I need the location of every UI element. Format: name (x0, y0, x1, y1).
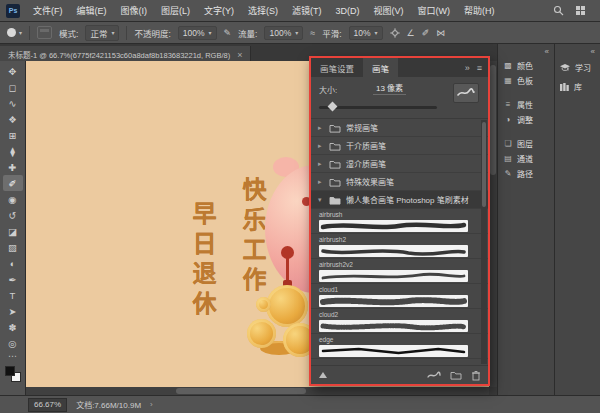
type-tool[interactable]: T (3, 287, 23, 303)
foreground-color-swatch[interactable] (5, 366, 15, 376)
app-icon[interactable]: Ps (6, 4, 20, 18)
pen-pressure-icon[interactable]: ✎ (224, 28, 232, 38)
tools-toolbar: ✥ ◻ ∿ ❖ ⊞ ⧫ ✚ ✐ ◉ ↺ ◪ ▨ ◐ ✒ T ➤ ✽ ◎ ⋯ (0, 61, 26, 395)
zoom-tool[interactable]: ◎ (3, 335, 23, 351)
brush-folder[interactable]: ▸ 特殊效果画笔 (311, 173, 488, 191)
brush-item[interactable]: airbrush2v2 (311, 259, 488, 284)
menu-filter[interactable]: 滤镜(T) (285, 0, 329, 22)
smoothing-select[interactable]: 10% ▾ (349, 26, 383, 40)
brush-folder-expanded[interactable]: ▾ 懒人集合画笔 Photoshop 笔刷素材 (311, 191, 488, 209)
menu-type[interactable]: 文字(Y) (197, 0, 241, 22)
healing-brush-tool[interactable]: ✚ (3, 159, 23, 175)
zoom-level-field[interactable]: 66.67% (28, 398, 67, 412)
collapse-panels-icon[interactable]: « (555, 45, 600, 58)
tab-brushes[interactable]: 画笔 (363, 58, 398, 77)
brush-folder[interactable]: ▸ 湿介质画笔 (311, 155, 488, 173)
brushes-panel-footer (311, 365, 488, 384)
brush-folder[interactable]: ▸ 干介质画笔 (311, 137, 488, 155)
scrollbar-thumb[interactable] (482, 122, 486, 207)
flow-select[interactable]: 100% ▾ (264, 26, 303, 40)
scrollbar-thumb[interactable] (490, 65, 496, 175)
tab-brush-settings[interactable]: 画笔设置 (311, 58, 363, 77)
pen-tool[interactable]: ✒ (3, 271, 23, 287)
scrollbar-thumb[interactable] (176, 388, 306, 394)
collapse-panels-icon[interactable]: « (498, 45, 554, 58)
lasso-tool[interactable]: ∿ (3, 95, 23, 111)
foreground-background-swatches[interactable] (5, 366, 21, 382)
mode-select[interactable]: 正常 ▾ (85, 25, 119, 41)
panel-button-adjustments[interactable]: ◑ 调整 (498, 112, 554, 127)
brush-folder[interactable]: ▸ 常规画笔 (311, 119, 488, 137)
menu-image[interactable]: 图像(I) (114, 0, 155, 22)
menu-layer[interactable]: 图层(L) (154, 0, 197, 22)
panel-scrollbar[interactable] (481, 120, 487, 364)
chevron-down-icon: ▾ (209, 29, 212, 36)
panel-button-channels[interactable]: ▤ 通道 (498, 151, 554, 166)
toggle-brush-stroke-icon[interactable] (427, 371, 441, 380)
adjustments-panel-icon: ◑ (503, 115, 513, 124)
eraser-tool[interactable]: ◪ (3, 223, 23, 239)
workspace-switcher-icon[interactable] (575, 5, 586, 16)
brush-tool[interactable]: ✐ (3, 175, 23, 191)
horizontal-scrollbar[interactable] (26, 387, 489, 395)
new-group-icon[interactable] (450, 370, 462, 380)
size-input[interactable]: 13 像素 (373, 82, 406, 95)
menu-3d[interactable]: 3D(D) (329, 0, 367, 22)
slider-thumb[interactable] (328, 102, 338, 112)
dodge-tool[interactable]: ◐ (3, 255, 23, 271)
size-slider[interactable] (319, 106, 437, 109)
brush-angle-icon[interactable]: ∠ (407, 28, 415, 38)
panel-button-libraries[interactable]: 库 (555, 77, 600, 96)
panel-button-properties[interactable]: ≡ 属性 (498, 97, 554, 112)
stroke-preview-button[interactable] (453, 83, 479, 103)
canvas-slogan-left: 早日退休 (190, 201, 214, 321)
brush-item[interactable]: edge (311, 334, 488, 359)
brush-preset-picker[interactable]: ▾ (7, 28, 22, 37)
vertical-scrollbar[interactable] (489, 61, 497, 387)
menu-window[interactable]: 窗口(W) (411, 0, 458, 22)
menu-view[interactable]: 视图(V) (367, 0, 411, 22)
gradient-tool[interactable]: ▨ (3, 239, 23, 255)
clone-stamp-tool[interactable]: ◉ (3, 191, 23, 207)
panel-button-color[interactable]: ▩ 颜色 (498, 58, 554, 73)
panel-menu-icon[interactable]: ≡ (477, 63, 482, 73)
up-arrow-icon[interactable] (318, 371, 328, 379)
brushes-panel-tabs: 画笔设置 画笔 » ≡ (311, 58, 488, 77)
panel-button-learn[interactable]: 学习 (555, 58, 600, 77)
airbrush-icon[interactable]: ≈ (310, 28, 315, 38)
opacity-select[interactable]: 100% ▾ (178, 26, 217, 40)
panel-label: 调整 (517, 114, 533, 125)
marquee-tool[interactable]: ◻ (3, 79, 23, 95)
size-pressure-icon[interactable]: ✐ (422, 28, 430, 38)
menu-help[interactable]: 帮助(H) (457, 0, 502, 22)
menu-edit[interactable]: 编辑(E) (70, 0, 114, 22)
panel-button-layers[interactable]: ❏ 图层 (498, 136, 554, 151)
status-bar: 66.67% 文档:7.66M/10.9M › (0, 395, 600, 413)
brush-item[interactable]: airbrush (311, 209, 488, 234)
toggle-brush-panel-button[interactable] (37, 26, 52, 39)
menu-select[interactable]: 选择(S) (241, 0, 285, 22)
quick-selection-tool[interactable]: ❖ (3, 111, 23, 127)
graduation-cap-icon (559, 63, 571, 73)
brush-item[interactable]: airbrush2 (311, 234, 488, 259)
brush-item[interactable]: cloud1 (311, 284, 488, 309)
menu-file[interactable]: 文件(F) (26, 0, 70, 22)
hand-tool[interactable]: ✽ (3, 319, 23, 335)
panel-button-paths[interactable]: ✎ 路径 (498, 166, 554, 181)
gear-icon[interactable] (390, 28, 400, 38)
path-selection-tool[interactable]: ➤ (3, 303, 23, 319)
move-tool[interactable]: ✥ (3, 63, 23, 79)
delete-brush-icon[interactable] (471, 370, 481, 381)
crop-tool[interactable]: ⊞ (3, 127, 23, 143)
symmetry-icon[interactable]: ⋈ (436, 28, 445, 38)
edit-toolbar-icon[interactable]: ⋯ (8, 351, 17, 363)
history-brush-tool[interactable]: ↺ (3, 207, 23, 223)
close-icon[interactable]: × (237, 50, 242, 60)
chevron-right-icon[interactable]: › (150, 400, 153, 409)
brush-item[interactable]: cloud2 (311, 309, 488, 334)
layers-panel-icon: ❏ (503, 139, 513, 148)
search-icon[interactable] (553, 5, 564, 16)
panel-button-swatches[interactable]: ▦ 色板 (498, 73, 554, 88)
collapse-panel-icon[interactable]: » (465, 63, 470, 73)
eyedropper-tool[interactable]: ⧫ (3, 143, 23, 159)
